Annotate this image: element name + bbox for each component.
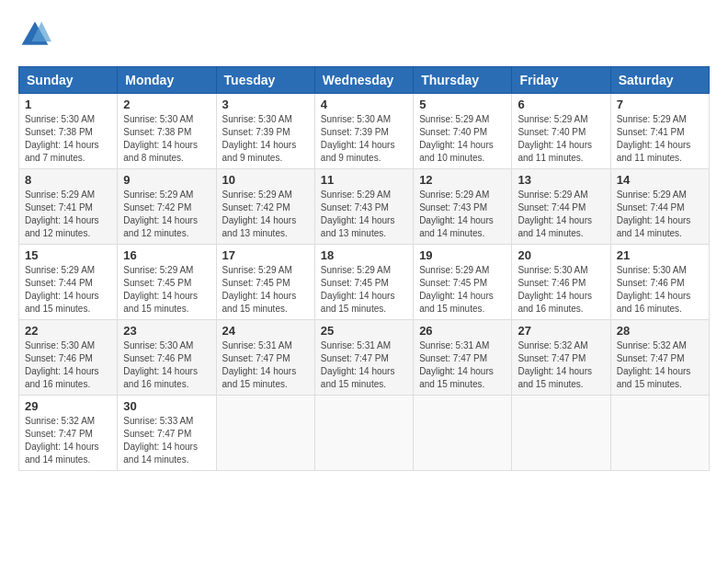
day-cell: 25Sunrise: 5:31 AMSunset: 7:47 PMDayligh… [314, 320, 413, 396]
day-cell: 18Sunrise: 5:29 AMSunset: 7:45 PMDayligh… [314, 245, 413, 320]
day-info: Sunrise: 5:29 AMSunset: 7:43 PMDaylight:… [419, 189, 506, 240]
day-info: Sunrise: 5:29 AMSunset: 7:44 PMDaylight:… [25, 264, 111, 316]
day-cell: 21Sunrise: 5:30 AMSunset: 7:46 PMDayligh… [610, 245, 709, 320]
week-row-2: 8Sunrise: 5:29 AMSunset: 7:41 PMDaylight… [19, 169, 710, 245]
days-header-row: SundayMondayTuesdayWednesdayThursdayFrid… [19, 67, 710, 94]
day-cell: 26Sunrise: 5:31 AMSunset: 7:47 PMDayligh… [414, 320, 512, 396]
day-cell: 19Sunrise: 5:29 AMSunset: 7:45 PMDayligh… [414, 245, 512, 320]
day-info: Sunrise: 5:29 AMSunset: 7:44 PMDaylight:… [518, 189, 604, 240]
day-cell: 1Sunrise: 5:30 AMSunset: 7:38 PMDaylight… [19, 94, 118, 169]
week-row-1: 1Sunrise: 5:30 AMSunset: 7:38 PMDaylight… [19, 94, 710, 169]
day-info: Sunrise: 5:29 AMSunset: 7:42 PMDaylight:… [123, 189, 210, 240]
logo [18, 18, 57, 52]
day-cell: 13Sunrise: 5:29 AMSunset: 7:44 PMDayligh… [512, 169, 610, 245]
day-info: Sunrise: 5:30 AMSunset: 7:46 PMDaylight:… [518, 264, 604, 316]
day-number: 6 [518, 98, 604, 111]
day-number: 20 [518, 248, 604, 262]
day-cell: 5Sunrise: 5:29 AMSunset: 7:40 PMDaylight… [414, 94, 512, 169]
day-number: 15 [25, 248, 111, 262]
day-header-monday: Monday [118, 67, 216, 94]
day-number: 28 [617, 324, 703, 338]
day-header-wednesday: Wednesday [314, 67, 413, 94]
day-cell: 10Sunrise: 5:29 AMSunset: 7:42 PMDayligh… [216, 169, 314, 245]
day-number: 11 [321, 173, 407, 187]
day-cell: 12Sunrise: 5:29 AMSunset: 7:43 PMDayligh… [414, 169, 512, 245]
day-info: Sunrise: 5:29 AMSunset: 7:43 PMDaylight:… [321, 189, 407, 240]
day-info: Sunrise: 5:30 AMSunset: 7:39 PMDaylight:… [321, 113, 407, 165]
day-number: 8 [25, 173, 111, 187]
day-number: 12 [419, 173, 506, 187]
day-number: 30 [123, 399, 210, 413]
day-number: 25 [321, 324, 407, 338]
day-number: 22 [25, 324, 111, 338]
day-info: Sunrise: 5:32 AMSunset: 7:47 PMDaylight:… [518, 339, 604, 391]
day-cell: 24Sunrise: 5:31 AMSunset: 7:47 PMDayligh… [216, 320, 314, 396]
day-number: 13 [518, 173, 604, 187]
day-info: Sunrise: 5:29 AMSunset: 7:40 PMDaylight:… [518, 113, 604, 165]
day-info: Sunrise: 5:29 AMSunset: 7:44 PMDaylight:… [617, 189, 703, 240]
day-info: Sunrise: 5:29 AMSunset: 7:41 PMDaylight:… [617, 113, 703, 165]
day-cell: 22Sunrise: 5:30 AMSunset: 7:46 PMDayligh… [19, 320, 118, 396]
day-header-saturday: Saturday [610, 67, 709, 94]
day-info: Sunrise: 5:29 AMSunset: 7:45 PMDaylight:… [123, 264, 210, 316]
day-info: Sunrise: 5:31 AMSunset: 7:47 PMDaylight:… [419, 339, 506, 391]
day-cell: 2Sunrise: 5:30 AMSunset: 7:38 PMDaylight… [118, 94, 216, 169]
day-info: Sunrise: 5:30 AMSunset: 7:46 PMDaylight:… [617, 264, 703, 316]
calendar-table: SundayMondayTuesdayWednesdayThursdayFrid… [18, 66, 710, 471]
day-number: 5 [419, 98, 506, 111]
day-number: 23 [123, 324, 210, 338]
day-number: 2 [123, 98, 210, 111]
day-info: Sunrise: 5:32 AMSunset: 7:47 PMDaylight:… [25, 415, 111, 466]
day-number: 29 [25, 399, 111, 413]
week-row-5: 29Sunrise: 5:32 AMSunset: 7:47 PMDayligh… [19, 396, 710, 471]
day-header-tuesday: Tuesday [216, 67, 314, 94]
day-number: 14 [617, 173, 703, 187]
day-info: Sunrise: 5:29 AMSunset: 7:42 PMDaylight:… [222, 189, 309, 240]
day-cell: 4Sunrise: 5:30 AMSunset: 7:39 PMDaylight… [314, 94, 413, 169]
day-number: 18 [321, 248, 407, 262]
day-number: 9 [123, 173, 210, 187]
day-number: 16 [123, 248, 210, 262]
day-cell: 6Sunrise: 5:29 AMSunset: 7:40 PMDaylight… [512, 94, 610, 169]
day-cell [414, 396, 512, 471]
day-cell: 29Sunrise: 5:32 AMSunset: 7:47 PMDayligh… [19, 396, 118, 471]
day-cell: 15Sunrise: 5:29 AMSunset: 7:44 PMDayligh… [19, 245, 118, 320]
day-number: 26 [419, 324, 506, 338]
day-info: Sunrise: 5:30 AMSunset: 7:46 PMDaylight:… [123, 339, 210, 391]
day-cell: 23Sunrise: 5:30 AMSunset: 7:46 PMDayligh… [118, 320, 216, 396]
day-cell [512, 396, 610, 471]
day-info: Sunrise: 5:29 AMSunset: 7:40 PMDaylight:… [419, 113, 506, 165]
day-cell: 20Sunrise: 5:30 AMSunset: 7:46 PMDayligh… [512, 245, 610, 320]
day-number: 10 [222, 173, 309, 187]
day-info: Sunrise: 5:29 AMSunset: 7:41 PMDaylight:… [25, 189, 111, 240]
day-info: Sunrise: 5:31 AMSunset: 7:47 PMDaylight:… [222, 339, 309, 391]
day-info: Sunrise: 5:31 AMSunset: 7:47 PMDaylight:… [321, 339, 407, 391]
day-number: 7 [617, 98, 703, 111]
day-cell: 27Sunrise: 5:32 AMSunset: 7:47 PMDayligh… [512, 320, 610, 396]
day-number: 17 [222, 248, 309, 262]
day-number: 21 [617, 248, 703, 262]
page-header [18, 18, 710, 52]
day-cell: 14Sunrise: 5:29 AMSunset: 7:44 PMDayligh… [610, 169, 709, 245]
day-info: Sunrise: 5:32 AMSunset: 7:47 PMDaylight:… [617, 339, 703, 391]
day-cell: 30Sunrise: 5:33 AMSunset: 7:47 PMDayligh… [118, 396, 216, 471]
week-row-3: 15Sunrise: 5:29 AMSunset: 7:44 PMDayligh… [19, 245, 710, 320]
day-header-friday: Friday [512, 67, 610, 94]
day-number: 3 [222, 98, 309, 111]
day-cell: 11Sunrise: 5:29 AMSunset: 7:43 PMDayligh… [314, 169, 413, 245]
day-header-thursday: Thursday [414, 67, 512, 94]
day-cell: 8Sunrise: 5:29 AMSunset: 7:41 PMDaylight… [19, 169, 118, 245]
logo-icon [18, 18, 51, 52]
day-cell: 7Sunrise: 5:29 AMSunset: 7:41 PMDaylight… [610, 94, 709, 169]
day-cell [610, 396, 709, 471]
day-cell [314, 396, 413, 471]
day-info: Sunrise: 5:30 AMSunset: 7:46 PMDaylight:… [25, 339, 111, 391]
day-number: 1 [25, 98, 111, 111]
day-header-sunday: Sunday [19, 67, 118, 94]
week-row-4: 22Sunrise: 5:30 AMSunset: 7:46 PMDayligh… [19, 320, 710, 396]
day-info: Sunrise: 5:33 AMSunset: 7:47 PMDaylight:… [123, 415, 210, 466]
day-info: Sunrise: 5:29 AMSunset: 7:45 PMDaylight:… [419, 264, 506, 316]
day-cell [216, 396, 314, 471]
day-info: Sunrise: 5:30 AMSunset: 7:39 PMDaylight:… [222, 113, 309, 165]
day-info: Sunrise: 5:29 AMSunset: 7:45 PMDaylight:… [321, 264, 407, 316]
